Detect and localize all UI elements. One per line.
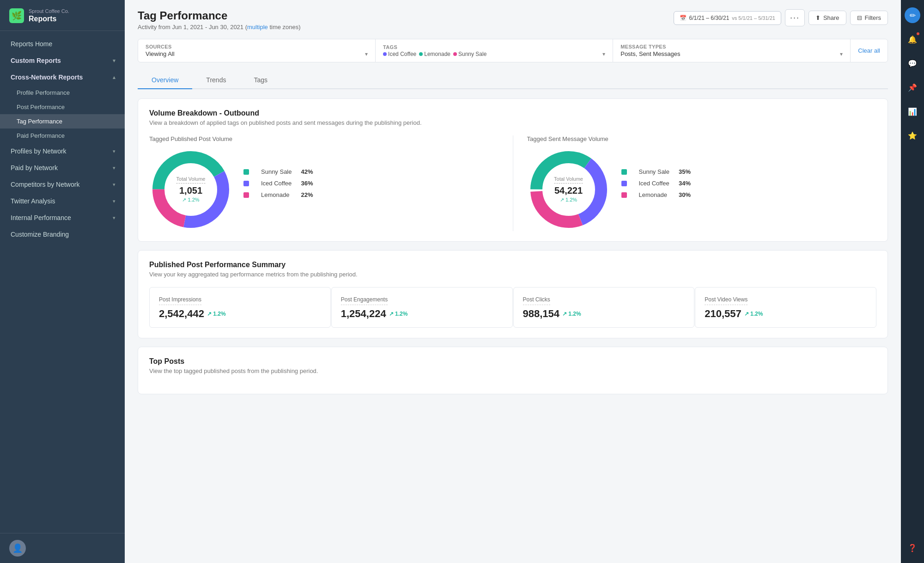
video-views-label: Post Video Views xyxy=(705,296,748,305)
legend-color-sunny-sale xyxy=(243,169,249,175)
section-title: Reports xyxy=(29,14,69,23)
main-content: Tag Performance Activity from Jun 1, 202… xyxy=(125,0,901,563)
trend-up-icon: ↗ 1.2% xyxy=(389,311,408,317)
tab-overview[interactable]: Overview xyxy=(138,72,192,89)
legend-item: Lemonade 22% xyxy=(243,191,313,198)
chevron-down-icon: ▾ xyxy=(113,215,116,221)
notifications-icon[interactable]: 🔔 xyxy=(905,31,920,47)
sidebar-item-post-performance[interactable]: Post Performance xyxy=(0,100,125,114)
engagements-label: Post Engagements xyxy=(341,296,388,305)
sidebar-item-profile-performance[interactable]: Profile Performance xyxy=(0,86,125,100)
tab-tags[interactable]: Tags xyxy=(240,72,281,89)
sidebar-item-customize-branding[interactable]: Customize Branding xyxy=(0,226,125,243)
top-posts-card: Top Posts View the top tagged published … xyxy=(138,347,888,394)
avatar: 👤 xyxy=(9,540,26,557)
volume-breakdown-title: Volume Breakdown - Outbound xyxy=(149,109,876,117)
right-chart-section: Tagged Sent Message Volume Total Volume … xyxy=(527,135,877,231)
icon-rail: ✏ 🔔 💬 📌 📊 ⭐ ❓ xyxy=(901,0,924,563)
sprout-logo: 🌿 xyxy=(9,8,24,23)
sidebar-nav: Reports Home Custom Reports ▾ Cross-Netw… xyxy=(0,31,125,533)
sidebar-item-paid-performance[interactable]: Paid Performance xyxy=(0,129,125,143)
left-chart-section: Tagged Published Post Volume xyxy=(149,135,499,231)
filter-bar: Sources Viewing All ▾ Tags Iced Coffee L… xyxy=(138,39,888,62)
charts-row: Tagged Published Post Volume xyxy=(149,135,876,231)
timezone-link[interactable]: multiple xyxy=(247,24,268,31)
sidebar-footer: 👤 xyxy=(0,533,125,563)
sidebar-item-profiles-by-network[interactable]: Profiles by Network ▾ xyxy=(0,143,125,159)
chevron-down-icon: ▾ xyxy=(113,58,116,64)
legend-item: Sunny Sale 42% xyxy=(243,168,313,175)
header-actions: 📅 6/1/21 – 6/30/21 vs 5/1/21 – 5/31/21 ·… xyxy=(674,9,888,26)
legend-item: Iced Coffee 36% xyxy=(243,180,313,187)
notification-badge xyxy=(916,31,920,36)
chevron-down-icon: ▾ xyxy=(113,182,116,188)
sidebar-item-tag-performance[interactable]: Tag Performance xyxy=(0,114,125,129)
sidebar: 🌿 Sprout Coffee Co. Reports Reports Home… xyxy=(0,0,125,563)
message-types-filter[interactable]: Message Types Posts, Sent Messages ▾ xyxy=(613,39,851,62)
sidebar-item-reports-home[interactable]: Reports Home xyxy=(0,36,125,52)
legend-color-sunny-sale xyxy=(621,169,627,175)
volume-breakdown-subtitle: View a breakdown of applied tags on publ… xyxy=(149,119,876,126)
right-chart-label: Tagged Sent Message Volume xyxy=(527,135,610,142)
chevron-up-icon: ▴ xyxy=(113,74,116,80)
company-name: Sprout Coffee Co. xyxy=(29,8,69,14)
tasks-icon[interactable]: 📌 xyxy=(905,80,920,95)
tag-iced-coffee: Iced Coffee xyxy=(383,51,416,57)
chevron-down-icon: ▾ xyxy=(113,165,116,171)
metric-video-views: Post Video Views 210,557 ↗ 1.2% xyxy=(695,287,876,328)
left-chart-legend: Sunny Sale 42% Iced Coffee 36% Lemonade … xyxy=(243,168,313,198)
sources-filter[interactable]: Sources Viewing All ▾ xyxy=(138,39,376,62)
tags-filter[interactable]: Tags Iced Coffee Lemonade Sunny Sale ▾ xyxy=(376,39,613,62)
metric-impressions: Post Impressions 2,542,442 ↗ 1.2% xyxy=(149,287,331,328)
right-donut-chart: Total Volume 54,221 ↗ 1.2% xyxy=(527,148,610,231)
trend-up-icon: ↗ 1.2% xyxy=(207,311,226,317)
trend-up-icon: ↗ 1.2% xyxy=(562,311,581,317)
compose-button[interactable]: ✏ xyxy=(905,7,920,23)
sidebar-item-competitors-by-network[interactable]: Competitors by Network ▾ xyxy=(0,176,125,193)
right-donut-center: Total Volume 54,221 ↗ 1.2% xyxy=(554,176,583,203)
sidebar-item-cross-network[interactable]: Cross-Network Reports ▴ xyxy=(0,69,125,86)
post-performance-subtitle: View your key aggregated tag performance… xyxy=(149,271,876,278)
sidebar-item-paid-by-network[interactable]: Paid by Network ▾ xyxy=(0,159,125,176)
post-performance-title: Published Post Performance Summary xyxy=(149,261,876,269)
page-title: Tag Performance xyxy=(138,9,301,22)
share-icon: ⬆ xyxy=(815,14,821,21)
content-area: Tag Performance Activity from Jun 1, 202… xyxy=(125,0,901,563)
volume-breakdown-card: Volume Breakdown - Outbound View a break… xyxy=(138,98,888,242)
calendar-icon: 📅 xyxy=(680,15,687,21)
filter-icon: ⊟ xyxy=(857,14,862,21)
page-subtitle: Activity from Jun 1, 2021 - Jun 30, 2021… xyxy=(138,24,301,31)
chevron-down-icon: ▾ xyxy=(113,198,116,204)
top-posts-title: Top Posts xyxy=(149,357,876,366)
more-options-button[interactable]: ··· xyxy=(785,9,805,26)
sidebar-header: 🌿 Sprout Coffee Co. Reports xyxy=(0,0,125,31)
reports-icon[interactable]: 📊 xyxy=(905,104,920,119)
messages-icon[interactable]: 💬 xyxy=(905,55,920,71)
tab-trends[interactable]: Trends xyxy=(192,72,240,89)
tag-lemonade: Lemonade xyxy=(419,51,450,57)
metric-engagements: Post Engagements 1,254,224 ↗ 1.2% xyxy=(331,287,513,328)
right-chart-legend: Sunny Sale 35% Iced Coffee 34% Lemonade … xyxy=(621,168,691,198)
sidebar-item-custom-reports[interactable]: Custom Reports ▾ xyxy=(0,52,125,69)
chevron-down-icon: ▾ xyxy=(365,51,368,57)
left-donut-chart: Total Volume 1,051 ↗ 1.2% xyxy=(149,148,232,231)
clear-all-button[interactable]: Clear all xyxy=(851,39,888,62)
filters-button[interactable]: ⊟ Filters xyxy=(850,11,888,25)
metric-clicks: Post Clicks 988,154 ↗ 1.2% xyxy=(513,287,695,328)
top-posts-subtitle: View the top tagged published posts from… xyxy=(149,367,876,374)
legend-color-iced-coffee xyxy=(243,181,249,186)
date-range-button[interactable]: 📅 6/1/21 – 6/30/21 vs 5/1/21 – 5/31/21 xyxy=(674,11,781,25)
legend-item: Iced Coffee 34% xyxy=(621,180,691,187)
sidebar-item-twitter-analysis[interactable]: Twitter Analysis ▾ xyxy=(0,193,125,209)
sidebar-item-internal-performance[interactable]: Internal Performance ▾ xyxy=(0,209,125,226)
share-button[interactable]: ⬆ Share xyxy=(808,11,846,25)
tabs: Overview Trends Tags xyxy=(138,72,888,89)
legend-item: Sunny Sale 35% xyxy=(621,168,691,175)
help-icon[interactable]: ❓ xyxy=(905,540,920,556)
tag-sunny-sale: Sunny Sale xyxy=(453,51,486,57)
clicks-label: Post Clicks xyxy=(523,296,550,305)
social-icon[interactable]: ⭐ xyxy=(905,128,920,143)
legend-color-lemonade xyxy=(621,192,627,198)
impressions-label: Post Impressions xyxy=(159,296,201,305)
page-header: Tag Performance Activity from Jun 1, 202… xyxy=(138,9,888,31)
